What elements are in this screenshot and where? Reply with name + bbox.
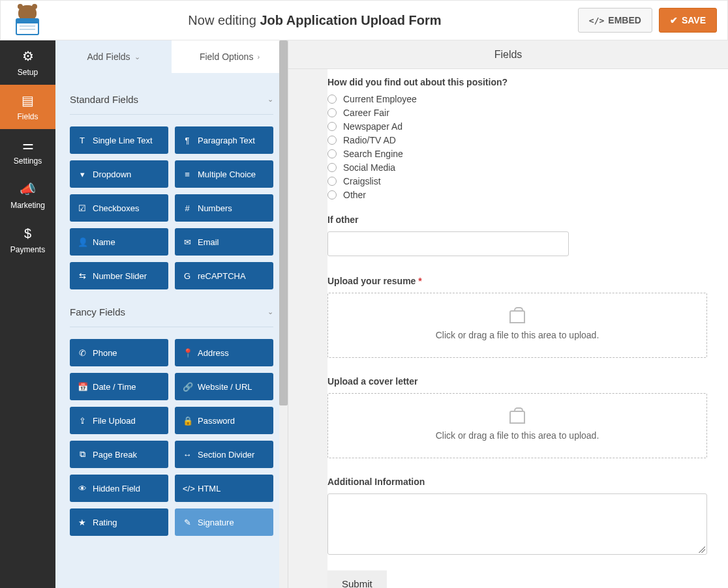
nav-fields[interactable]: ▤ Fields [0,85,55,129]
submit-button[interactable]: Submit [327,570,387,588]
radio-option[interactable]: Social Media [327,162,707,173]
field-icon: 🔒 [183,416,192,426]
section-standard-fields[interactable]: Standard Fields ⌄ [70,85,273,115]
fancy-field-password[interactable]: 🔒Password [175,407,273,434]
check-icon: ✔ [670,15,678,25]
field-label: Signature [198,518,234,527]
field-label: Password [198,416,235,426]
field-icon: ⇪ [78,416,87,426]
radio-option[interactable]: Current Employee [327,94,707,104]
section-fancy-fields[interactable]: Fancy Fields ⌄ [70,297,273,327]
standard-field-numbers[interactable]: #Numbers [175,194,273,222]
dollar-icon: $ [24,226,31,241]
fancy-field-phone[interactable]: ✆Phone [70,339,168,366]
field-icon: 👁 [78,484,87,493]
embed-button[interactable]: </> EMBED [578,8,652,33]
radio-option[interactable]: Career Fair [327,108,707,118]
radio-option[interactable]: Other [327,190,707,200]
field-label: reCAPTCHA [198,271,246,281]
tab-field-options[interactable]: Field Options › [172,40,288,73]
nav-marketing[interactable]: 📣 Marketing [0,173,55,218]
radio-label: Social Media [343,162,395,173]
cover-upload[interactable]: Click or drag a file to this area to upl… [327,393,707,458]
fancy-field-rating[interactable]: ★Rating [70,508,168,536]
fancy-field-website-url[interactable]: 🔗Website / URL [175,373,273,400]
field-label: Website / URL [198,382,252,392]
radio-icon [327,136,337,145]
field-label: Date / Time [93,382,136,392]
standard-field-recaptcha[interactable]: GreCAPTCHA [175,262,273,289]
radio-icon [327,149,337,158]
left-nav: ⚙ Setup ▤ Fields ⚌ Settings 📣 Marketing … [0,40,55,588]
resume-upload[interactable]: Click or drag a file to this area to upl… [327,293,707,358]
field-icon: T [78,136,87,145]
panel-scrollbar[interactable] [279,40,288,588]
tab-add-fields[interactable]: Add Fields ⌄ [55,40,172,73]
radio-icon [327,190,337,199]
field-icon: ✎ [183,518,192,527]
radio-option[interactable]: Craigslist [327,176,707,186]
field-icon: </> [183,484,192,493]
field-icon: ⇆ [78,271,87,281]
field-icon: ↔ [183,450,192,460]
radio-icon [327,95,337,104]
radio-icon [327,177,337,186]
field-icon: ✉ [183,237,192,247]
radio-label: Newspaper Ad [343,121,402,132]
field-icon: 🔗 [183,382,192,392]
field-icon: ≡ [183,169,192,179]
field-icon: ★ [78,518,87,527]
field-label: Section Divider [198,450,254,460]
nav-setup[interactable]: ⚙ Setup [0,40,55,85]
fancy-field-date-time[interactable]: 📅Date / Time [70,373,168,400]
field-icon: ▾ [78,169,87,179]
upload-icon [509,411,525,424]
standard-field-number-slider[interactable]: ⇆Number Slider [70,262,168,289]
field-label: HTML [198,484,220,493]
field-label: Phone [93,348,117,358]
field-icon: 📅 [78,382,87,392]
radio-label: Current Employee [343,94,417,104]
standard-field-checkboxes[interactable]: ☑Checkboxes [70,194,168,222]
field-label: Page Break [93,450,137,460]
chevron-down-icon: ⌄ [267,95,273,104]
field-icon: ✆ [78,348,87,358]
fancy-field-section-divider[interactable]: ↔Section Divider [175,441,273,468]
field-label: Hidden Field [93,484,140,493]
fancy-field-address[interactable]: 📍Address [175,339,273,366]
standard-field-dropdown[interactable]: ▾Dropdown [70,160,168,188]
chevron-right-icon: › [257,53,260,61]
save-button[interactable]: ✔ SAVE [659,8,717,33]
radio-label: Other [343,190,366,200]
fancy-field-signature[interactable]: ✎Signature [175,508,273,536]
field-label: Email [198,237,219,247]
sliders-icon: ⚌ [22,137,34,153]
fancy-field-html[interactable]: </>HTML [175,475,273,502]
top-bar: Now editing Job Application Upload Form … [0,0,728,40]
nav-settings[interactable]: ⚌ Settings [0,129,55,173]
standard-field-multiple-choice[interactable]: ≡Multiple Choice [175,160,273,188]
standard-field-name[interactable]: 👤Name [70,228,168,256]
radio-option[interactable]: Search Engine [327,149,707,159]
radio-icon [327,163,337,172]
fancy-field-hidden-field[interactable]: 👁Hidden Field [70,475,168,502]
other-input[interactable] [327,231,569,256]
additional-textarea[interactable] [327,493,707,555]
field-icon: G [183,271,192,281]
field-icon: ⧉ [78,449,87,460]
standard-field-single-line-text[interactable]: TSingle Line Text [70,126,168,154]
radio-option[interactable]: Radio/TV AD [327,135,707,145]
fancy-field-file-upload[interactable]: ⇪File Upload [70,407,168,434]
field-label: Multiple Choice [198,169,256,179]
standard-field-paragraph-text[interactable]: ¶Paragraph Text [175,126,273,154]
field-label: Address [198,348,229,358]
field-icon: ☑ [78,203,87,213]
field-icon: ¶ [183,136,192,145]
field-label: Dropdown [93,169,131,179]
fancy-field-page-break[interactable]: ⧉Page Break [70,441,168,468]
standard-field-email[interactable]: ✉Email [175,228,273,256]
radio-option[interactable]: Newspaper Ad [327,121,707,132]
nav-payments[interactable]: $ Payments [0,218,55,262]
upload-icon [509,310,525,323]
code-icon: </> [589,16,604,25]
